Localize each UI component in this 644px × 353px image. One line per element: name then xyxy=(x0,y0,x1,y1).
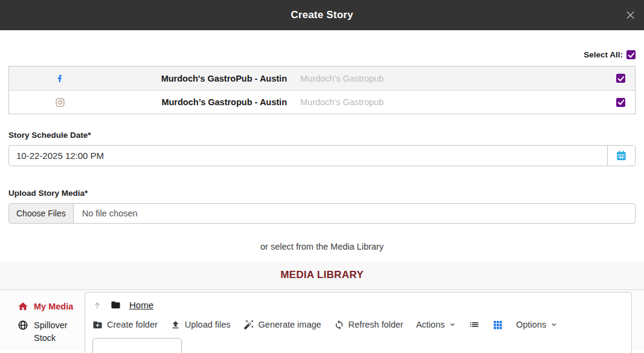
generate-image-button[interactable]: Generate image xyxy=(243,319,321,330)
arrow-up-icon[interactable] xyxy=(92,300,102,310)
modal-header: Create Story xyxy=(0,0,644,30)
schedule-date-input[interactable] xyxy=(9,146,607,166)
generate-image-label: Generate image xyxy=(259,320,321,329)
media-library-panel: Home Create folder Upload files xyxy=(85,292,632,353)
globe-icon xyxy=(18,320,28,331)
account-row: Murdoch's GastroPub - Austin Murdoch's G… xyxy=(9,66,635,90)
modal-body: Select All: Murdoch's GastroPub - Austin… xyxy=(0,50,644,251)
options-label: Options xyxy=(516,320,546,329)
upload-files-label: Upload files xyxy=(185,320,231,329)
upload-files-button[interactable]: Upload files xyxy=(170,320,231,330)
file-input: Choose Files No file chosen xyxy=(8,203,636,224)
upload-media-label: Upload Story Media* xyxy=(8,189,636,198)
media-library-toolbar: Create folder Upload files Generate imag… xyxy=(92,319,624,330)
facebook-icon xyxy=(9,74,111,83)
account-checkbox[interactable] xyxy=(616,98,625,107)
folder-icon xyxy=(111,300,121,310)
sidebar-item-label: Spillover Stock xyxy=(34,319,80,344)
accounts-table: Murdoch's GastroPub - Austin Murdoch's G… xyxy=(8,66,636,114)
upload-icon xyxy=(170,320,181,330)
account-page-name: Murdoch's Gastropub xyxy=(300,97,384,107)
refresh-folder-button[interactable]: Refresh folder xyxy=(334,320,404,330)
file-chosen-status: No file chosen xyxy=(74,209,138,218)
account-row: Murdoch’s Gastropub - Austin Murdoch's G… xyxy=(9,90,635,114)
media-library-heading: MEDIA LIBRARY xyxy=(0,269,644,281)
schedule-date-group xyxy=(8,145,636,166)
media-library-sidebar: My Media Spillover Stock xyxy=(0,290,85,349)
actions-dropdown[interactable]: Actions xyxy=(416,320,457,329)
options-dropdown[interactable]: Options xyxy=(516,320,558,329)
media-library-prompt: or select from the Media Library xyxy=(8,242,636,251)
chevron-down-icon xyxy=(449,321,456,328)
breadcrumb: Home xyxy=(92,300,624,310)
instagram-icon xyxy=(9,97,111,108)
account-page-name: Murdoch's Gastropub xyxy=(300,74,384,83)
create-folder-label: Create folder xyxy=(107,320,158,329)
modal-title: Create Story xyxy=(291,9,353,21)
close-icon[interactable] xyxy=(624,9,637,22)
grid-view-icon[interactable] xyxy=(492,319,503,330)
breadcrumb-home-link[interactable]: Home xyxy=(129,300,153,310)
refresh-icon xyxy=(334,320,344,330)
account-checkbox[interactable] xyxy=(616,74,625,83)
select-all-checkbox[interactable] xyxy=(626,50,636,59)
account-name: Murdoch’s Gastropub - Austin xyxy=(111,97,287,107)
sidebar-item-label: My Media xyxy=(34,300,73,313)
create-folder-icon xyxy=(92,320,103,330)
select-all-label: Select All: xyxy=(584,50,623,59)
sidebar-item-my-media[interactable]: My Media xyxy=(18,300,80,313)
select-all-row: Select All: xyxy=(8,50,636,59)
media-search-input[interactable] xyxy=(92,338,182,353)
sidebar-item-spillover-stock[interactable]: Spillover Stock xyxy=(18,319,80,344)
magic-wand-icon xyxy=(243,319,254,330)
schedule-date-label: Story Schedule Date* xyxy=(8,131,636,140)
refresh-folder-label: Refresh folder xyxy=(349,320,404,329)
home-icon xyxy=(18,301,28,312)
choose-files-button[interactable]: Choose Files xyxy=(9,204,74,223)
list-view-icon[interactable] xyxy=(469,319,480,330)
create-folder-button[interactable]: Create folder xyxy=(92,320,158,330)
media-library-body: My Media Spillover Stock Home xyxy=(0,290,644,349)
chevron-down-icon xyxy=(550,321,558,328)
actions-label: Actions xyxy=(416,320,445,329)
account-name: Murdoch's GastroPub - Austin xyxy=(111,74,287,83)
calendar-icon[interactable] xyxy=(607,146,635,166)
media-library-section: MEDIA LIBRARY My Media Spillover Stock xyxy=(0,262,644,349)
